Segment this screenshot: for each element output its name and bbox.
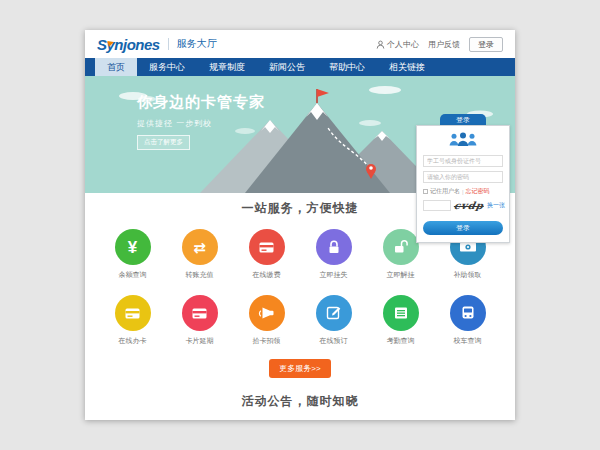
announcements-title: 活动公告，随时知晓 (85, 393, 515, 410)
nav-item-4[interactable]: 帮助中心 (317, 58, 377, 76)
logo[interactable]: Synjones (97, 36, 160, 53)
hero-subtitle: 提供捷径 一步到校 (137, 118, 265, 129)
edit-icon (316, 295, 352, 331)
page-canvas: Synjones 服务大厅 个人中心 用户反馈 登录 首页服 (0, 0, 600, 450)
service-item-2[interactable]: 在线缴费 (233, 229, 300, 280)
service-item-10[interactable]: 考勤查询 (367, 295, 434, 346)
nav-item-0[interactable]: 首页 (95, 58, 137, 76)
nav: 首页服务中心规章制度新闻公告帮助中心相关链接 (85, 58, 515, 76)
header: Synjones 服务大厅 个人中心 用户反馈 登录 (85, 30, 515, 58)
personal-center-link[interactable]: 个人中心 (376, 39, 419, 50)
service-item-label: 校车查询 (434, 336, 501, 346)
service-item-label: 卡片延期 (166, 336, 233, 346)
users-icon (423, 131, 503, 151)
service-item-label: 立即解挂 (367, 270, 434, 280)
service-item-label: 补助领取 (434, 270, 501, 280)
hero-title: 你身边的卡管专家 (137, 93, 265, 112)
service-item-9[interactable]: 在线预订 (300, 295, 367, 346)
service-item-label: 在线缴费 (233, 270, 300, 280)
captcha-row: cvdp 换一张 (423, 200, 503, 211)
more-services-button[interactable]: 更多服务>> (269, 359, 330, 378)
options-separator: | (462, 189, 464, 195)
service-item-1[interactable]: ⇄转账充值 (166, 229, 233, 280)
list-icon (383, 295, 419, 331)
service-item-label: 在线预订 (300, 336, 367, 346)
service-item-8[interactable]: 拾卡招领 (233, 295, 300, 346)
login-submit-button[interactable]: 登录 (423, 221, 503, 235)
captcha-input[interactable] (423, 200, 451, 211)
unlock-icon (383, 229, 419, 265)
card-icon (115, 295, 151, 331)
yen-icon: ¥ (115, 229, 151, 265)
login-form: 记住用户名 | 忘记密码 cvdp 换一张 登录 (416, 125, 510, 243)
nav-item-3[interactable]: 新闻公告 (257, 58, 317, 76)
transfer-icon: ⇄ (182, 229, 218, 265)
service-item-3[interactable]: 立即挂失 (300, 229, 367, 280)
remember-label: 记住用户名 (430, 187, 460, 196)
service-item-11[interactable]: 校车查询 (434, 295, 501, 346)
page-card: Synjones 服务大厅 个人中心 用户反馈 登录 首页服 (85, 30, 515, 420)
service-item-7[interactable]: 卡片延期 (166, 295, 233, 346)
card-icon (182, 295, 218, 331)
personal-center-label: 个人中心 (387, 39, 419, 50)
header-right: 个人中心 用户反馈 登录 (376, 37, 503, 52)
service-item-label: 在线办卡 (99, 336, 166, 346)
lock-icon (316, 229, 352, 265)
login-options-row: 记住用户名 | 忘记密码 (423, 187, 503, 196)
user-icon (376, 40, 385, 49)
header-login-button[interactable]: 登录 (469, 37, 503, 52)
site-name: 服务大厅 (177, 37, 217, 51)
service-item-label: 立即挂失 (300, 270, 367, 280)
logo-text: Synjones (97, 36, 160, 53)
nav-item-1[interactable]: 服务中心 (137, 58, 197, 76)
nav-item-5[interactable]: 相关链接 (377, 58, 437, 76)
service-item-label: 拾卡招领 (233, 336, 300, 346)
hero-text: 你身边的卡管专家 提供捷径 一步到校 点击了解更多 (137, 93, 265, 150)
service-item-label: 转账充值 (166, 270, 233, 280)
captcha-refresh-link[interactable]: 换一张 (487, 201, 505, 210)
megaphone-icon (249, 295, 285, 331)
service-item-0[interactable]: ¥余额查询 (99, 229, 166, 280)
bus-icon (450, 295, 486, 331)
login-tab[interactable]: 登录 (440, 114, 486, 125)
service-item-label: 余额查询 (99, 270, 166, 280)
hero-cta-button[interactable]: 点击了解更多 (137, 135, 190, 150)
header-divider (168, 38, 169, 50)
login-panel: 登录 记住用户名 | 忘记密码 (416, 114, 510, 243)
password-input[interactable] (423, 171, 503, 183)
username-input[interactable] (423, 155, 503, 167)
remember-checkbox[interactable] (423, 189, 428, 194)
forgot-password-link[interactable]: 忘记密码 (466, 187, 490, 196)
user-feedback-label: 用户反馈 (428, 39, 460, 50)
service-item-label: 考勤查询 (367, 336, 434, 346)
captcha-image[interactable]: cvdp (453, 200, 485, 211)
hero-banner: 你身边的卡管专家 提供捷径 一步到校 点击了解更多 登录 (85, 76, 515, 193)
card-icon (249, 229, 285, 265)
user-feedback-link[interactable]: 用户反馈 (428, 39, 460, 50)
service-item-6[interactable]: 在线办卡 (99, 295, 166, 346)
nav-item-2[interactable]: 规章制度 (197, 58, 257, 76)
